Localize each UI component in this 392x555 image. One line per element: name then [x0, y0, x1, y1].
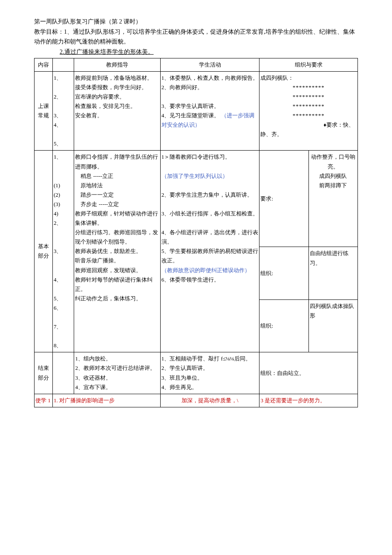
header-empty — [52, 58, 74, 71]
section-end-label: 结束部分 — [35, 352, 53, 394]
routine-teacher: 教师提前到场，准备场地器材。 接受体委报数，向学生问好。 宣布课的内容要求。 检… — [74, 71, 160, 151]
basic-teacher: 教师口令指挥，并随学生队伍的行进而挪移。 稍息 -----立正 原地转法 踏步一… — [74, 151, 160, 352]
section-basic-label: 基本部分 — [35, 151, 53, 352]
footer-right: 3 是还需要进一步的努力。 — [259, 394, 358, 407]
lesson-plan-table: 内容 教师指导 学生活动 组织与要求 上课常规 1、 2、 3、 4、 5、 教… — [34, 58, 358, 407]
basic-org-req-3: 四列横队成体操队形 — [308, 299, 357, 352]
basic-student-l5: 5、学生要根据教师所讲的易犯错误进行改正。 — [161, 247, 259, 265]
basic-nums: 1、 (1) (2) (3) 4) 2、 3、 4、 5、 6、 7、 8、 — [52, 151, 74, 352]
title-line: 第一周队列队形复习广播操（第 2 课时） — [34, 17, 358, 26]
footer-mid-left: 1. 对广播操的影响进一步 — [52, 394, 160, 407]
goal-line-1: 教学目标：1、通过队列队形练习，可以培养学生正确的身体姿式，促进身体的正常发育,… — [34, 27, 358, 46]
routine-org-req-partial: ♦要求：快、 — [260, 120, 357, 130]
basic-org-req-1: 动作整齐，口号响亮。 成四列横队 前两排蹲下 — [308, 151, 357, 247]
row-basic-1: 基本部分 1、 (1) (2) (3) 4) 2、 3、 4、 5、 6、 7、… — [35, 151, 358, 247]
end-nums — [52, 352, 74, 394]
end-org: 组织：自由站立。 — [259, 352, 358, 394]
header-teacher: 教师指导 — [74, 58, 160, 71]
table-header-row: 内容 教师指导 学生活动 组织与要求 — [35, 58, 358, 71]
basic-student-l6: 6、体委带领学生进行。 — [161, 275, 259, 285]
row-routine: 上课常规 1、 2、 3、 4、 5、 教师提前到场，准备场地器材。 接受体委报… — [35, 71, 358, 151]
basic-org-label-1: 要求: — [259, 151, 308, 247]
header-student: 学生活动 — [160, 58, 259, 71]
basic-student-l2: 2、要求学生注意力集中，认真听讲。 — [161, 190, 259, 200]
footer-mid: 加深，提高动作质量，\ — [160, 394, 259, 407]
row-footer: 使学 1 1. 对广播操的影响进一步 加深，提高动作质量，\ 3 是还需要进一步… — [35, 394, 358, 407]
header-org: 组织与要求 — [259, 58, 358, 71]
header-content: 内容 — [35, 58, 53, 71]
footer-left: 使学 1 — [35, 394, 53, 407]
basic-student-l1: 1＞随着教师口令进行练习。 — [161, 152, 259, 162]
basic-org-label-2: 组织: — [259, 247, 308, 299]
end-student: 1、互相颠动手臂、敲打 f≤⅛⅛后同。 2、学生认真听讲。 3、班且为单位。 4… — [160, 352, 259, 394]
routine-org-req-rest: 静、齐。 — [260, 130, 357, 139]
basic-student-l3: 3、小组长进行指挥，各小组互相检查。 — [161, 209, 259, 218]
basic-student-blue1: （加强了学生对队列认以） — [161, 171, 259, 181]
basic-org-label-3: 组织: — [259, 299, 308, 352]
goal-line-2: 2.通过广播操来培养学生的形体美。 — [60, 47, 358, 57]
section-routine-label: 上课常规 — [35, 71, 53, 151]
routine-org-title: 成四列横队： — [260, 73, 357, 83]
end-teacher: 1、组内放松。 2、教师对本次可进行总结讲评。 3、收还器材。 4、宣布下课。 — [74, 352, 160, 394]
routine-org-stars: ********** ********** ********** *******… — [260, 83, 357, 120]
basic-org-req-2: 自由结组进行练习。 — [308, 247, 357, 299]
basic-student-blue2: （教师故意识的即使纠正错误动作） — [161, 266, 259, 275]
basic-student-l4: 4、各小组进行讲评，选出优秀，进行表演。 — [161, 228, 259, 247]
row-end: 结束部分 1、组内放松。 2、教师对本次可进行总结讲评。 3、收还器材。 4、宣… — [35, 352, 358, 394]
routine-org: 成四列横队： ********** ********** ********** … — [259, 71, 358, 151]
basic-student: 1＞随着教师口令进行练习。 （加强了学生对队列认以） 2、要求学生注意力集中，认… — [160, 151, 259, 352]
routine-nums: 1、 2、 3、 4、 5、 — [52, 71, 74, 151]
routine-student: 1、体委整队，检查人数，向教师报告。 2、向教师问好。 3、要求学生认真听讲。 … — [160, 71, 259, 151]
